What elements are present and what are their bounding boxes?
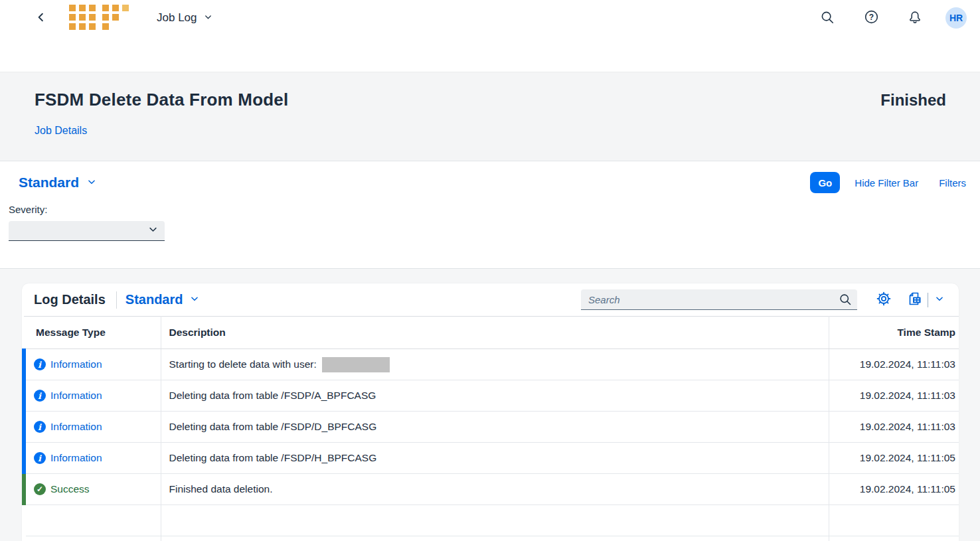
page-header: FSDM Delete Data From Model Finished Job… [0,72,980,161]
help-button[interactable]: ? [859,6,883,30]
job-status-text: Finished [880,90,946,110]
chevron-left-icon [35,11,47,25]
severity-label: Success [50,483,90,495]
description-text: Deleting data from table /FSDP/H_BPFCASG [169,452,377,464]
chevron-down-icon [87,177,96,189]
severity-label: Information [50,421,102,433]
timestamp-cell: 19.02.2024, 11:11:05 [829,443,959,474]
severity-select[interactable] [9,221,165,241]
severity-filter-label: Severity: [9,204,966,215]
severity-label: Information [50,390,102,402]
description-text: Deleting data from table /FSDP/A_BPFCASG [169,390,376,402]
filter-variant-selector[interactable]: Standard [19,175,96,191]
table-title: Log Details [34,292,106,307]
empty-row [24,505,959,536]
timestamp-cell: 19.02.2024, 11:11:03 [829,349,959,380]
notifications-button[interactable] [903,6,927,30]
information-icon [34,421,46,433]
search-submit-button[interactable] [837,292,853,308]
hide-filter-bar-link[interactable]: Hide Filter Bar [855,177,918,189]
table-header-row: Message Type Description Time Stamp [24,317,959,349]
table-row[interactable]: Success Finished data deletion. 19.02.20… [24,474,959,505]
column-header-description[interactable]: Description [161,317,829,349]
pixel-grid-logo-icon [69,5,130,32]
table-variant-selector[interactable]: Standard [125,292,200,307]
column-header-message-type[interactable]: Message Type [24,317,161,349]
description-text: Deleting data from table /FSDP/D_BPFCASG [169,421,377,433]
question-mark-icon: ? [864,9,879,27]
information-icon [34,358,46,370]
filters-link[interactable]: Filters [939,177,966,189]
chevron-down-icon [204,11,212,25]
filter-variant-label: Standard [19,175,79,191]
shell-bar: Job Log ? HR [0,0,980,72]
table-row[interactable]: Information Deleting data from table /FS… [24,443,959,474]
toolbar-separator [116,291,117,309]
search-input[interactable] [581,289,857,310]
export-menu-arrow-button[interactable] [931,289,948,311]
back-button[interactable] [32,9,50,27]
table-row[interactable]: Information Starting to delete data with… [24,349,959,380]
user-avatar[interactable]: HR [945,7,967,29]
table-row[interactable]: Information Deleting data from table /FS… [24,380,959,412]
success-icon [34,483,46,495]
bell-icon [908,10,922,27]
severity-label: Information [50,358,102,370]
shell-search-button[interactable] [815,6,839,30]
description-text: Starting to delete data with user: [169,358,317,370]
log-table-body: Information Starting to delete data with… [24,349,959,505]
go-button[interactable]: Go [810,172,840,193]
information-icon [34,452,46,464]
table-variant-label: Standard [125,292,183,307]
table-settings-button[interactable] [873,289,894,311]
company-logo[interactable] [69,5,130,32]
redacted-user-value [322,357,390,372]
severity-label: Information [50,452,102,464]
app-title-label: Job Log [157,11,197,25]
menu-separator [928,293,928,307]
chevron-down-icon [935,294,944,305]
chevron-down-icon [148,224,158,237]
information-icon [34,390,46,402]
export-spreadsheet-icon [906,291,922,309]
chevron-down-icon [190,294,199,305]
page-content: Log Details Standard [0,269,980,541]
table-row[interactable]: Information Deleting data from table /FS… [24,412,959,443]
svg-text:?: ? [868,13,873,22]
table-search [581,289,857,310]
log-details-panel: Log Details Standard [22,283,959,541]
table-toolbar: Log Details Standard [22,283,959,316]
timestamp-cell: 19.02.2024, 11:11:03 [829,412,959,443]
gear-icon [876,291,892,309]
log-table: Message Type Description Time Stamp Info… [22,316,959,541]
search-icon [820,10,835,27]
search-icon [839,293,852,308]
page-title: FSDM Delete Data From Model [35,90,288,110]
filter-bar: Standard Go Hide Filter Bar Filters Seve… [0,161,980,269]
timestamp-cell: 19.02.2024, 11:11:03 [829,380,959,412]
avatar-initials: HR [949,13,963,23]
app-title-menu[interactable]: Job Log [157,11,212,25]
empty-row [24,536,959,541]
timestamp-cell: 19.02.2024, 11:11:05 [829,474,959,505]
job-details-link[interactable]: Job Details [35,125,87,137]
application: Job Log ? HR [0,0,980,541]
export-button[interactable] [904,289,925,311]
column-header-time-stamp[interactable]: Time Stamp [829,317,959,349]
description-text: Finished data deletion. [169,483,273,495]
